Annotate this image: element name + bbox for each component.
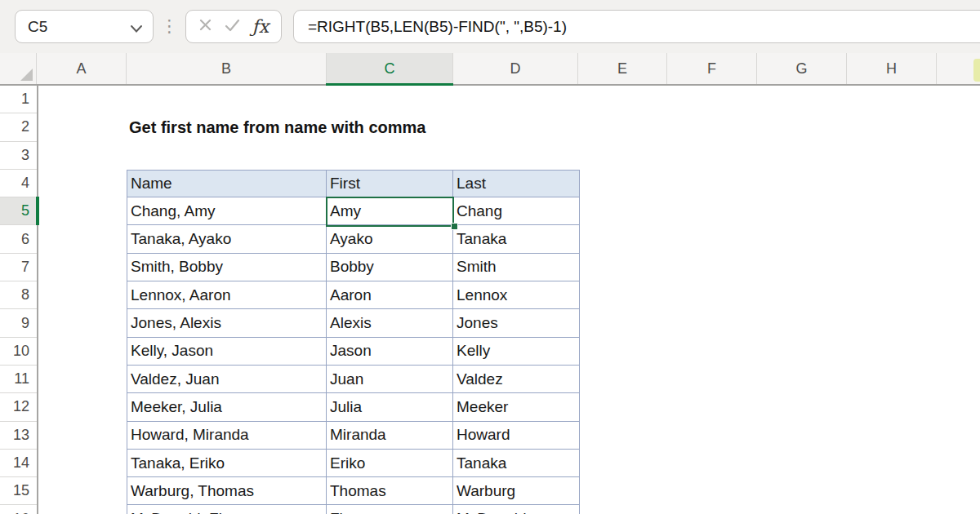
cell-c16[interactable]: Fiona (327, 505, 453, 514)
row-header-8[interactable]: 8 (0, 281, 37, 309)
cell-b9[interactable]: Jones, Alexis (127, 309, 327, 337)
cell-c4[interactable]: First (327, 170, 453, 197)
column-header-g[interactable]: G (757, 53, 847, 84)
cell-d5[interactable]: Chang (453, 197, 580, 225)
chevron-down-icon[interactable] (130, 22, 143, 37)
cell-c12[interactable]: Julia (327, 393, 453, 421)
cell-b5[interactable]: Chang, Amy (127, 197, 327, 225)
active-cell-selection-border (326, 197, 455, 227)
insert-function-icon[interactable]: ƒx (252, 18, 270, 36)
enter-check-icon[interactable] (225, 19, 240, 35)
cell-d11[interactable]: Valdez (453, 366, 580, 393)
cell-d14[interactable]: Tanaka (453, 450, 580, 477)
row-header-divider (37, 86, 38, 514)
cell-d16[interactable]: McDonald (453, 505, 580, 514)
cell-b10[interactable]: Kelly, Jason (127, 338, 327, 366)
table-row: Tanaka, Eriko Eriko Tanaka (127, 450, 580, 477)
cell-c6[interactable]: Ayako (327, 225, 453, 253)
table-row: Howard, Miranda Miranda Howard (127, 422, 580, 450)
formula-bar-area: C5 ⋮ ƒx =RIGHT(B5,LEN(B5)-FIND(", ",B5)-… (0, 0, 980, 53)
cell-b12[interactable]: Meeker, Julia (127, 393, 327, 421)
formula-button-group: ƒx (185, 10, 282, 43)
column-header-row: A B C D E F G H (0, 53, 980, 86)
excel-window: C5 ⋮ ƒx =RIGHT(B5,LEN(B5)-FIND(", ",B5)-… (0, 0, 980, 514)
column-header-a[interactable]: A (37, 53, 127, 84)
name-box-value[interactable]: C5 (28, 11, 47, 42)
row-header-13[interactable]: 13 (0, 422, 37, 450)
row-header-4[interactable]: 4 (0, 170, 37, 197)
select-all-corner[interactable] (0, 53, 37, 84)
row-header-9[interactable]: 9 (0, 309, 37, 337)
cell-d10[interactable]: Kelly (453, 338, 580, 366)
cell-c13[interactable]: Miranda (327, 422, 453, 450)
cell-c14[interactable]: Eriko (327, 450, 453, 477)
selected-row-bar (36, 197, 39, 225)
cell-d12[interactable]: Meeker (453, 393, 580, 421)
row-header-2[interactable]: 2 (0, 113, 37, 141)
row-header-7[interactable]: 7 (0, 254, 37, 281)
cell-b13[interactable]: Howard, Miranda (127, 422, 327, 450)
title-cell-b2[interactable]: Get first name from name with comma (129, 113, 425, 141)
row-header-16[interactable]: 16 (0, 506, 37, 514)
table-header-row: Name First Last (127, 170, 580, 197)
row-header-1[interactable]: 1 (0, 86, 37, 113)
cell-d7[interactable]: Smith (453, 254, 580, 281)
table-row: Kelly, Jason Jason Kelly (127, 338, 580, 366)
table-row-partial: McDonald, Fiona Fiona McDonald (127, 505, 580, 514)
cell-c9[interactable]: Alexis (327, 309, 453, 337)
cell-c10[interactable]: Jason (327, 338, 453, 366)
table-row: Meeker, Julia Julia Meeker (127, 393, 580, 421)
table-row: Lennox, Aaron Aaron Lennox (127, 281, 580, 309)
cell-b11[interactable]: Valdez, Juan (127, 366, 327, 393)
cell-c11[interactable]: Juan (327, 366, 453, 393)
cell-d6[interactable]: Tanaka (453, 225, 580, 253)
namebox-splitter-handle[interactable]: ⋮ (161, 7, 174, 45)
cell-d4[interactable]: Last (453, 170, 580, 197)
row-header-5[interactable]: 5 (0, 197, 37, 225)
cell-c7[interactable]: Bobby (327, 254, 453, 281)
cell-d15[interactable]: Warburg (453, 477, 580, 505)
cell-b16[interactable]: McDonald, Fiona (127, 505, 327, 514)
table-row: Jones, Alexis Alexis Jones (127, 309, 580, 337)
row-header-10[interactable]: 10 (0, 338, 37, 366)
cell-b7[interactable]: Smith, Bobby (127, 254, 327, 281)
table-row: Tanaka, Ayako Ayako Tanaka (127, 225, 580, 253)
cell-c8[interactable]: Aaron (327, 281, 453, 309)
cell-b8[interactable]: Lennox, Aaron (127, 281, 327, 309)
column-header-h[interactable]: H (847, 53, 937, 84)
cell-d8[interactable]: Lennox (453, 281, 580, 309)
formula-text[interactable]: =RIGHT(B5,LEN(B5)-FIND(", ",B5)-1) (308, 11, 567, 42)
cell-b4[interactable]: Name (127, 170, 327, 197)
column-header-c[interactable]: C (327, 53, 453, 84)
row-header-14[interactable]: 14 (0, 450, 37, 477)
select-all-triangle-icon (20, 69, 33, 81)
column-header-f[interactable]: F (667, 53, 757, 84)
row-header-3[interactable]: 3 (0, 142, 37, 170)
row-header-15[interactable]: 15 (0, 477, 37, 505)
fill-handle[interactable] (451, 223, 458, 230)
cell-c15[interactable]: Thomas (327, 477, 453, 505)
column-header-b[interactable]: B (127, 53, 327, 84)
cell-b6[interactable]: Tanaka, Ayako (127, 225, 327, 253)
column-header-e[interactable]: E (578, 53, 667, 84)
cell-d13[interactable]: Howard (453, 422, 580, 450)
cancel-icon[interactable] (198, 18, 212, 35)
table-row: Smith, Bobby Bobby Smith (127, 254, 580, 281)
name-box[interactable]: C5 (15, 10, 154, 43)
row-header-12[interactable]: 12 (0, 393, 37, 421)
formula-input[interactable]: =RIGHT(B5,LEN(B5)-FIND(", ",B5)-1) (293, 10, 980, 43)
cell-b14[interactable]: Tanaka, Eriko (127, 450, 327, 477)
cell-b15[interactable]: Warburg, Thomas (127, 477, 327, 505)
row-header-11[interactable]: 11 (0, 366, 37, 393)
row-header-6[interactable]: 6 (0, 226, 37, 254)
column-header-d[interactable]: D (453, 53, 578, 84)
cell-d9[interactable]: Jones (453, 309, 580, 337)
table-row: Warburg, Thomas Thomas Warburg (127, 477, 580, 505)
partial-highlighted-element (973, 59, 980, 82)
table-row: Valdez, Juan Juan Valdez (127, 366, 580, 393)
selected-column-underline (326, 83, 453, 86)
